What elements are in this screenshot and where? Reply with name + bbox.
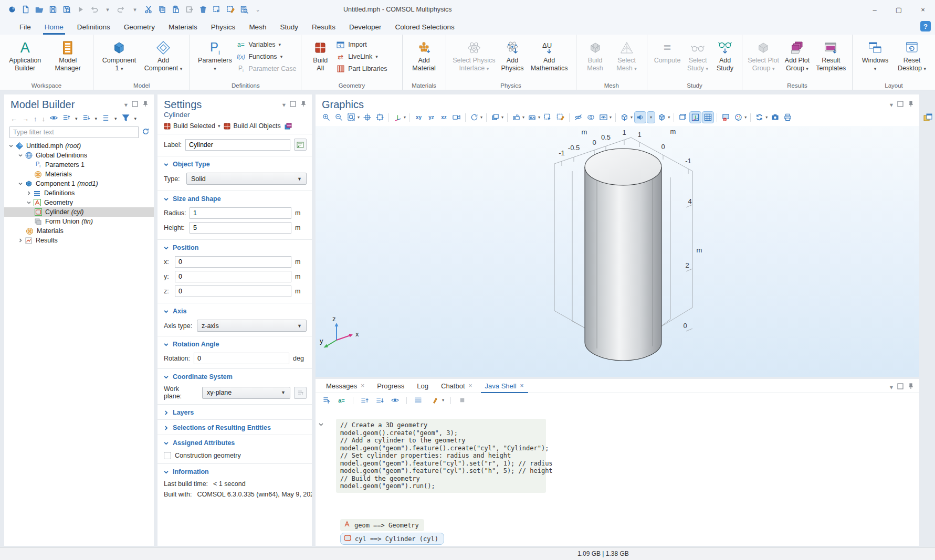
section-header-coordinate-system[interactable]: Coordinate System	[157, 369, 312, 384]
section-header-selections[interactable]: Selections of Resulting Entities	[157, 420, 312, 435]
close-tab-icon[interactable]: ×	[520, 382, 524, 389]
go-to-view-button[interactable]	[392, 112, 403, 123]
camera-button[interactable]	[451, 112, 462, 123]
view-yz-button[interactable]: yz	[426, 112, 437, 123]
chevron-collapsed-icon[interactable]	[25, 191, 33, 195]
livelink-button[interactable]: ⇄LiveLink▾	[336, 52, 387, 61]
nav-forward-button[interactable]: →	[22, 115, 29, 123]
tree-item-global-materials[interactable]: Materials	[4, 170, 154, 179]
build-all-objects-button[interactable]: Build All Objects	[224, 122, 280, 130]
menu-physics[interactable]: Physics	[204, 19, 243, 35]
sound-button[interactable]	[635, 112, 646, 123]
position-x-input[interactable]	[175, 256, 291, 268]
move-up-button[interactable]: ↑	[34, 115, 37, 123]
tab-chatbot[interactable]: Chatbot×	[435, 379, 479, 393]
result-templates-button[interactable]: Result Templates	[814, 37, 848, 72]
tree-item-materials[interactable]: Materials	[4, 226, 154, 236]
panel-menu-chevron-icon[interactable]: ▾	[890, 383, 893, 391]
zoom-to-selection-button[interactable]	[374, 112, 385, 123]
wireframe-button[interactable]	[619, 112, 630, 123]
reset-desktop-button[interactable]: Reset Desktop ▾	[895, 37, 929, 73]
functions-button[interactable]: f(x)Functions▾	[236, 52, 296, 61]
chevron-down-icon[interactable]: ▾	[442, 398, 444, 403]
float-panel-icon[interactable]	[132, 101, 138, 109]
build-options-icon-button[interactable]	[285, 123, 292, 130]
move-down-button[interactable]: ↓	[42, 115, 46, 123]
model-manager-button[interactable]: Model Manager	[47, 37, 89, 72]
tab-log[interactable]: Log	[411, 379, 435, 393]
close-button[interactable]: ×	[911, 0, 935, 19]
chevron-down-icon[interactable]: ▾	[631, 115, 633, 120]
hide-plot-button[interactable]	[720, 112, 731, 123]
import-button[interactable]: Import	[336, 40, 387, 49]
cylinder-3d-object[interactable]	[585, 149, 661, 361]
axis-type-select[interactable]: z-axis▼	[197, 320, 307, 332]
chevron-expanded-icon[interactable]	[17, 182, 24, 186]
clear-selection-button[interactable]	[224, 3, 237, 16]
rotate-view-button[interactable]	[469, 112, 480, 123]
section-header-information[interactable]: Information	[157, 464, 312, 479]
update-button[interactable]	[754, 112, 765, 123]
environment-button[interactable]	[527, 112, 538, 123]
clear-shell-button[interactable]	[428, 395, 439, 406]
collapse-entries-button[interactable]	[359, 395, 370, 406]
sound-chevron-button[interactable]: ▾	[647, 112, 655, 123]
appearance-button[interactable]	[490, 112, 501, 123]
component-1-button[interactable]: Component 1 ▾	[98, 37, 141, 73]
view-xy-button[interactable]: xy	[413, 112, 424, 123]
chevron-expanded-icon[interactable]	[25, 200, 33, 205]
section-header-axis[interactable]: Axis	[157, 303, 312, 318]
panel-menu-chevron-icon[interactable]: ▾	[890, 101, 893, 109]
menu-results[interactable]: Results	[305, 19, 342, 35]
cut-button[interactable]	[142, 3, 155, 16]
tab-progress[interactable]: Progress	[371, 379, 411, 393]
build-all-button[interactable]: Build All	[306, 37, 335, 72]
select-objects-button[interactable]	[542, 112, 553, 123]
add-component-button[interactable]: Add Component ▾	[142, 37, 185, 73]
expand-entries-button[interactable]	[374, 395, 385, 406]
save-button[interactable]	[46, 3, 60, 16]
tree-item-global-definitions[interactable]: Global Definitions	[4, 151, 154, 160]
add-study-button[interactable]: Add Study	[712, 37, 738, 72]
menu-colored-selections[interactable]: Colored Selections	[388, 19, 461, 35]
chevron-collapsed-icon[interactable]	[17, 238, 24, 242]
radius-input[interactable]	[190, 207, 291, 219]
chevron-down-icon[interactable]: ▾	[75, 116, 78, 121]
pin-icon[interactable]	[142, 101, 149, 109]
section-header-rotation[interactable]: Rotation Angle	[157, 336, 312, 351]
chevron-down-icon[interactable]: ▾	[114, 116, 117, 121]
tree-filter-input[interactable]	[9, 126, 139, 138]
construction-geometry-checkbox[interactable]	[164, 452, 171, 459]
customize-toolbar-chevron-icon[interactable]: ⌄	[251, 3, 265, 16]
chevron-down-icon[interactable]: ▾	[522, 115, 524, 120]
close-tab-icon[interactable]: ×	[469, 382, 472, 389]
add-plot-group-button[interactable]: Add Plot Group ▾	[781, 37, 813, 73]
zoom-in-button[interactable]	[321, 112, 332, 123]
build-selected-button[interactable]: Build Selected ▾	[164, 122, 220, 130]
deselect-button[interactable]	[555, 112, 566, 123]
part-libraries-button[interactable]: Part Libraries	[336, 65, 387, 73]
section-header-assigned-attributes[interactable]: Assigned Attributes	[157, 435, 312, 450]
position-y-input[interactable]	[175, 271, 291, 282]
parameters-button[interactable]: Pi Parameters ▾	[194, 37, 235, 73]
minimize-button[interactable]: –	[863, 0, 887, 19]
chevron-down-icon[interactable]: ▾	[744, 115, 747, 120]
label-input[interactable]	[185, 139, 290, 151]
pin-icon[interactable]	[300, 101, 307, 109]
chevron-expanded-icon[interactable]	[17, 153, 24, 157]
model-tree-nodes-button[interactable]	[102, 114, 110, 123]
section-header-object-type[interactable]: Object Type	[157, 156, 312, 171]
scene-light-button[interactable]	[511, 112, 522, 123]
chevron-down-icon[interactable]: ▾	[480, 115, 482, 120]
select-box-button[interactable]	[210, 3, 224, 16]
pin-icon[interactable]	[908, 101, 914, 109]
tree-item-results[interactable]: Results	[4, 236, 154, 245]
rotation-input[interactable]	[194, 353, 289, 364]
menu-geometry[interactable]: Geometry	[117, 19, 162, 35]
menu-mesh[interactable]: Mesh	[242, 19, 273, 35]
close-tab-icon[interactable]: ×	[361, 382, 364, 389]
menu-file[interactable]: File	[13, 19, 38, 35]
new-node-button[interactable]	[321, 395, 332, 406]
chevron-expanded-icon[interactable]	[319, 421, 323, 428]
float-panel-icon[interactable]	[897, 101, 904, 109]
